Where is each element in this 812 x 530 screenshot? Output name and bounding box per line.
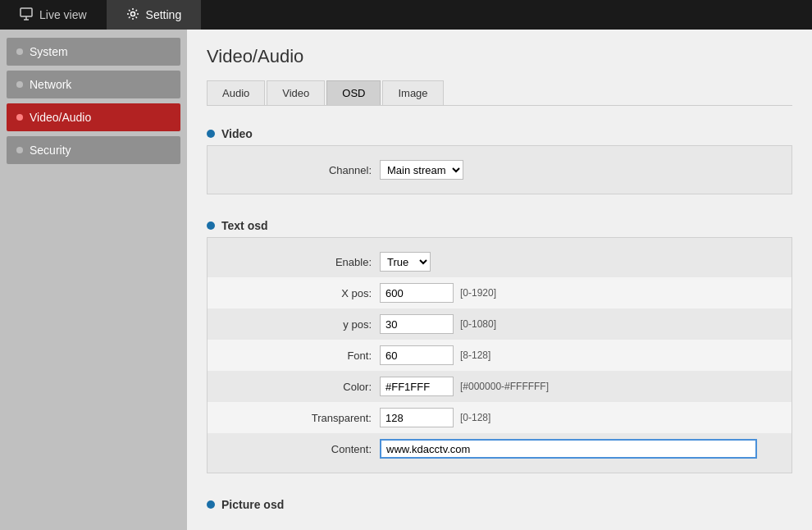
sidebar-label-network: Network: [30, 78, 71, 91]
enable-control: True False: [380, 252, 431, 272]
transparent-row: Transparent: [0-128]: [208, 402, 791, 433]
xpos-row: X pos: [0-1920]: [208, 277, 791, 308]
font-control: [8-128]: [380, 345, 490, 365]
enable-select[interactable]: True False: [380, 252, 431, 272]
picture-osd-section: Picture osd: [207, 493, 792, 516]
sidebar-label-video-audio: Video/Audio: [30, 111, 91, 124]
monitor-icon: [20, 7, 33, 23]
channel-label: Channel:: [224, 164, 372, 176]
content-area: Video/Audio Audio Video OSD Image Video: [187, 30, 812, 530]
nav-setting[interactable]: Setting: [107, 0, 202, 30]
sidebar-item-network[interactable]: Network: [7, 71, 180, 98]
sidebar-item-video-audio[interactable]: Video/Audio: [7, 103, 180, 131]
ypos-control: [0-1080]: [380, 314, 496, 334]
transparent-input[interactable]: [380, 408, 454, 427]
page-title: Video/Audio: [207, 46, 792, 67]
text-osd-form-panel: Enable: True False X pos: [0-1920]: [207, 237, 792, 473]
color-hint: [#000000-#FFFFFF]: [460, 381, 549, 392]
channel-row: Channel: Main stream Sub stream: [208, 154, 791, 185]
picture-osd-section-title: Picture osd: [221, 498, 284, 511]
picture-osd-section-header: Picture osd: [207, 493, 792, 516]
sidebar-label-security: Security: [30, 144, 71, 157]
channel-control: Main stream Sub stream: [380, 160, 463, 180]
video-section-dot: [207, 130, 215, 138]
text-osd-section-header: Text osd: [207, 214, 792, 237]
color-control: [#000000-#FFFFFF]: [380, 377, 549, 396]
video-section: Video Channel: Main stream Sub stream: [207, 122, 792, 194]
top-nav: Live view Setting: [0, 0, 812, 30]
xpos-label: X pos:: [224, 287, 372, 299]
enable-row: Enable: True False: [208, 246, 791, 277]
transparent-hint: [0-128]: [460, 412, 490, 423]
content-control: [380, 439, 757, 459]
tab-video[interactable]: Video: [267, 80, 325, 105]
sidebar-dot-security: [16, 147, 23, 153]
text-osd-section: Text osd Enable: True False X pos:: [207, 214, 792, 473]
content-label: Content:: [224, 443, 372, 455]
color-row: Color: [#000000-#FFFFFF]: [208, 371, 791, 402]
color-label: Color:: [224, 381, 372, 393]
text-osd-section-dot: [207, 222, 215, 230]
sidebar-item-security[interactable]: Security: [7, 136, 180, 164]
tabs: Audio Video OSD Image: [207, 80, 792, 106]
picture-osd-section-dot: [207, 500, 215, 509]
font-row: Font: [8-128]: [208, 340, 791, 371]
svg-rect-0: [21, 8, 32, 16]
content-row: Content:: [208, 433, 791, 464]
nav-setting-label: Setting: [146, 8, 182, 21]
xpos-control: [0-1920]: [380, 283, 496, 303]
video-form-panel: Channel: Main stream Sub stream: [207, 145, 792, 194]
xpos-input[interactable]: [380, 283, 454, 303]
tab-osd[interactable]: OSD: [326, 80, 381, 105]
ypos-row: y pos: [0-1080]: [208, 308, 791, 340]
sidebar: System Network Video/Audio Security: [0, 30, 187, 530]
tab-audio[interactable]: Audio: [207, 80, 265, 105]
font-label: Font:: [224, 350, 372, 362]
video-section-header: Video: [207, 122, 792, 145]
transparent-control: [0-128]: [380, 408, 490, 427]
video-section-title: Video: [221, 127, 253, 140]
main-layout: System Network Video/Audio Security Vide…: [0, 30, 812, 530]
sidebar-label-system: System: [30, 45, 68, 58]
gear-icon: [126, 7, 139, 23]
sidebar-dot-network: [16, 81, 23, 88]
nav-live-view[interactable]: Live view: [0, 0, 107, 30]
ypos-label: y pos:: [224, 318, 372, 331]
color-input[interactable]: [380, 377, 454, 396]
nav-live-view-label: Live view: [39, 8, 87, 21]
sidebar-dot-video-audio: [16, 114, 23, 121]
content-input[interactable]: [380, 439, 757, 459]
font-input[interactable]: [380, 345, 454, 365]
ypos-input[interactable]: [380, 314, 454, 334]
tab-image[interactable]: Image: [382, 80, 443, 105]
font-hint: [8-128]: [460, 350, 490, 361]
channel-select[interactable]: Main stream Sub stream: [380, 160, 463, 180]
ypos-hint: [0-1080]: [460, 318, 496, 330]
enable-label: Enable:: [224, 256, 372, 268]
xpos-hint: [0-1920]: [460, 287, 496, 299]
sidebar-dot-system: [16, 48, 23, 55]
transparent-label: Transparent:: [224, 412, 372, 424]
text-osd-section-title: Text osd: [221, 219, 268, 232]
sidebar-item-system[interactable]: System: [7, 38, 180, 66]
svg-point-3: [130, 11, 135, 16]
